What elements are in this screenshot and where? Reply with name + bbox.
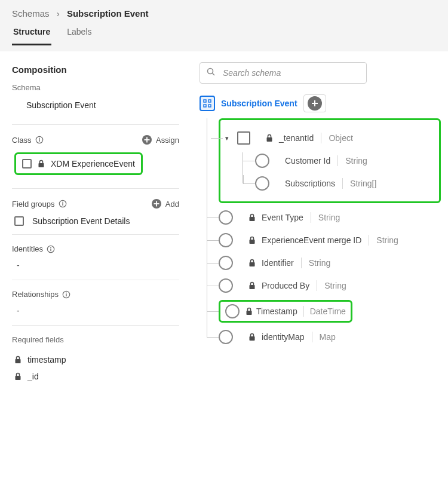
divider	[12, 188, 179, 189]
svg-rect-23	[204, 100, 206, 102]
svg-rect-32	[250, 262, 255, 266]
class-label: Class	[12, 136, 32, 145]
field-name: identityMap	[262, 332, 305, 342]
svg-rect-12	[154, 203, 159, 204]
info-icon[interactable]	[47, 245, 55, 253]
search-icon	[206, 67, 216, 79]
tree-node-identitymap[interactable]: identityMap Map	[219, 329, 441, 345]
assign-button[interactable]: Assign	[142, 134, 179, 145]
svg-rect-6	[39, 163, 44, 167]
field-name: Subscriptions	[285, 179, 335, 188]
svg-rect-8	[62, 203, 63, 206]
field-type: DateTime	[310, 307, 346, 316]
add-field-button[interactable]	[308, 96, 322, 111]
class-xdm-experienceevent[interactable]: XDM ExperienceEvent	[14, 152, 143, 175]
field-name: Event Type	[262, 213, 303, 222]
field-circle-icon	[255, 176, 269, 191]
field-name: Produced By	[262, 281, 309, 290]
field-type: String	[345, 156, 367, 166]
lock-icon	[266, 134, 273, 142]
search-input[interactable]	[222, 68, 360, 78]
divider	[12, 325, 179, 326]
tree-node-timestamp[interactable]: Timestamp DateTime	[219, 300, 441, 323]
svg-point-21	[208, 69, 213, 74]
tabs: Structure Labels	[12, 27, 436, 45]
tree-node-identifier[interactable]: Identifier String	[219, 255, 441, 271]
field-type: String	[324, 281, 346, 290]
svg-rect-30	[250, 217, 255, 221]
object-icon	[237, 131, 250, 145]
svg-rect-31	[250, 240, 255, 244]
svg-rect-33	[250, 285, 255, 289]
tree-node-tenantid[interactable]: ▾ _tenantId Object	[223, 130, 434, 146]
schema-name[interactable]: Subscription Event	[12, 98, 179, 120]
field-type: Map	[320, 332, 336, 342]
lock-icon	[248, 333, 256, 341]
divider	[12, 234, 179, 235]
tab-structure[interactable]: Structure	[12, 27, 51, 45]
lock-icon	[14, 356, 22, 364]
fieldgroup-item[interactable]: Subscription Event Details	[12, 215, 179, 229]
svg-rect-35	[250, 336, 255, 341]
field-circle-icon	[219, 330, 233, 344]
breadcrumb: Schemas › Subscription Event	[12, 8, 436, 19]
field-name: _tenantId	[279, 133, 314, 143]
fieldgroups-label: Field groups	[12, 200, 55, 209]
field-circle-icon	[225, 304, 240, 318]
add-fieldgroup-button[interactable]: Add	[151, 198, 179, 209]
divider	[12, 280, 179, 280]
search-input-wrap[interactable]	[200, 62, 367, 84]
svg-rect-19	[16, 359, 21, 363]
lock-icon	[14, 372, 22, 381]
field-name: Identifier	[262, 258, 294, 268]
svg-rect-25	[204, 105, 206, 107]
field-name: Customer Id	[285, 156, 330, 166]
divider	[12, 124, 179, 125]
lock-icon	[248, 236, 256, 244]
info-icon[interactable]	[35, 136, 44, 144]
tab-labels[interactable]: Labels	[66, 27, 93, 45]
checkbox-icon[interactable]	[22, 159, 32, 168]
svg-point-18	[66, 292, 67, 293]
svg-rect-26	[208, 105, 211, 107]
identities-value: -	[12, 259, 179, 275]
field-type: String	[376, 235, 398, 245]
chevron-down-icon[interactable]: ▾	[223, 134, 231, 142]
tree-node-customer-id[interactable]: Customer Id String	[255, 152, 434, 169]
lock-icon	[248, 259, 256, 267]
svg-point-9	[62, 202, 63, 203]
lock-icon	[38, 160, 45, 168]
info-icon[interactable]	[59, 200, 67, 208]
info-icon[interactable]	[62, 290, 70, 299]
tree-node-event-type[interactable]: Event Type String	[219, 209, 441, 226]
svg-rect-14	[50, 249, 51, 251]
checkbox-icon[interactable]	[14, 216, 24, 226]
fieldgroup-name: Subscription Event Details	[32, 216, 130, 226]
field-name: Timestamp	[256, 307, 297, 316]
tree-node-produced-by[interactable]: Produced By String	[219, 277, 441, 294]
required-label: Required fields	[12, 335, 179, 344]
field-circle-icon	[219, 278, 233, 293]
relationships-value: -	[12, 305, 179, 320]
tree-node-subscriptions[interactable]: Subscriptions String[]	[255, 175, 434, 192]
field-name: ExperienceEvent merge ID	[262, 235, 361, 245]
breadcrumb-current: Subscription Event	[67, 8, 149, 19]
tenant-highlight: ▾ _tenantId Object	[219, 118, 441, 203]
field-circle-icon	[255, 154, 269, 168]
schema-label: Schema	[12, 83, 179, 92]
tree-node-merge-id[interactable]: ExperienceEvent merge ID String	[219, 232, 441, 249]
field-type: String[]	[350, 179, 376, 188]
svg-rect-1	[39, 139, 39, 142]
required-field-timestamp: timestamp	[12, 351, 179, 368]
lock-icon	[246, 307, 253, 315]
svg-rect-34	[247, 311, 252, 315]
svg-rect-28	[312, 103, 318, 104]
field-type: String	[318, 213, 340, 222]
schema-root[interactable]: Subscription Event	[221, 99, 297, 108]
field-circle-icon	[219, 210, 233, 225]
breadcrumb-parent[interactable]: Schemas	[12, 8, 50, 19]
svg-rect-5	[144, 139, 149, 140]
svg-rect-17	[66, 294, 66, 296]
svg-point-15	[50, 247, 51, 248]
class-name: XDM ExperienceEvent	[51, 159, 135, 168]
